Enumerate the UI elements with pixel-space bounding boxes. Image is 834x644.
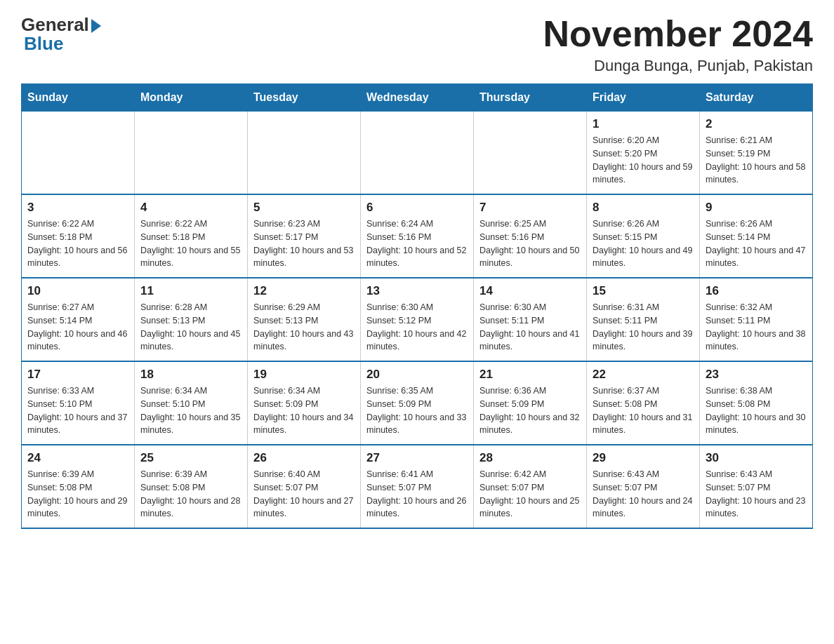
header-thursday: Thursday [474,84,587,112]
calendar-cell: 18Sunrise: 6:34 AMSunset: 5:10 PMDayligh… [135,361,248,445]
calendar-cell: 23Sunrise: 6:38 AMSunset: 5:08 PMDayligh… [700,361,813,445]
day-number: 11 [140,284,241,298]
header-tuesday: Tuesday [248,84,361,112]
week-row-1: 1Sunrise: 6:20 AMSunset: 5:20 PMDaylight… [22,112,813,195]
calendar-header: SundayMondayTuesdayWednesdayThursdayFrid… [22,84,813,112]
day-info: Sunrise: 6:23 AMSunset: 5:17 PMDaylight:… [253,217,355,270]
day-number: 8 [593,201,694,215]
calendar-cell: 11Sunrise: 6:28 AMSunset: 5:13 PMDayligh… [135,278,248,361]
day-number: 6 [366,201,468,215]
header-wednesday: Wednesday [361,84,474,112]
day-info: Sunrise: 6:25 AMSunset: 5:16 PMDaylight:… [479,217,581,270]
day-info: Sunrise: 6:30 AMSunset: 5:11 PMDaylight:… [479,301,581,354]
day-number: 5 [253,201,355,215]
calendar-cell: 22Sunrise: 6:37 AMSunset: 5:08 PMDayligh… [587,361,700,445]
day-info: Sunrise: 6:33 AMSunset: 5:10 PMDaylight:… [27,384,128,437]
day-number: 29 [593,451,694,465]
title-block: November 2024 Dunga Bunga, Punjab, Pakis… [543,14,813,75]
day-number: 23 [706,368,807,382]
calendar-cell: 29Sunrise: 6:43 AMSunset: 5:07 PMDayligh… [587,445,700,528]
calendar-cell: 5Sunrise: 6:23 AMSunset: 5:17 PMDaylight… [248,194,361,278]
calendar-cell: 14Sunrise: 6:30 AMSunset: 5:11 PMDayligh… [474,278,587,361]
day-info: Sunrise: 6:39 AMSunset: 5:08 PMDaylight:… [27,468,128,521]
calendar-cell [22,112,135,195]
day-number: 2 [706,117,807,131]
calendar-table: SundayMondayTuesdayWednesdayThursdayFrid… [21,83,813,529]
day-info: Sunrise: 6:20 AMSunset: 5:20 PMDaylight:… [593,134,694,187]
header-saturday: Saturday [700,84,813,112]
day-info: Sunrise: 6:26 AMSunset: 5:14 PMDaylight:… [706,217,807,270]
day-number: 10 [27,284,128,298]
day-info: Sunrise: 6:27 AMSunset: 5:14 PMDaylight:… [27,301,128,354]
day-info: Sunrise: 6:39 AMSunset: 5:08 PMDaylight:… [140,468,241,521]
day-number: 7 [479,201,581,215]
calendar-body: 1Sunrise: 6:20 AMSunset: 5:20 PMDaylight… [22,112,813,529]
day-number: 13 [366,284,468,298]
day-info: Sunrise: 6:22 AMSunset: 5:18 PMDaylight:… [140,217,241,270]
day-number: 16 [706,284,807,298]
calendar-cell: 28Sunrise: 6:42 AMSunset: 5:07 PMDayligh… [474,445,587,528]
week-row-3: 10Sunrise: 6:27 AMSunset: 5:14 PMDayligh… [22,278,813,361]
calendar-cell: 10Sunrise: 6:27 AMSunset: 5:14 PMDayligh… [22,278,135,361]
calendar-cell: 30Sunrise: 6:43 AMSunset: 5:07 PMDayligh… [700,445,813,528]
calendar-cell: 12Sunrise: 6:29 AMSunset: 5:13 PMDayligh… [248,278,361,361]
day-info: Sunrise: 6:34 AMSunset: 5:10 PMDaylight:… [140,384,241,437]
week-row-2: 3Sunrise: 6:22 AMSunset: 5:18 PMDaylight… [22,194,813,278]
day-number: 4 [140,201,241,215]
day-info: Sunrise: 6:29 AMSunset: 5:13 PMDaylight:… [253,301,355,354]
day-info: Sunrise: 6:40 AMSunset: 5:07 PMDaylight:… [253,468,355,521]
day-number: 27 [366,451,468,465]
logo: General Blue [21,14,101,55]
day-number: 28 [479,451,581,465]
day-number: 30 [706,451,807,465]
calendar-cell: 24Sunrise: 6:39 AMSunset: 5:08 PMDayligh… [22,445,135,528]
day-number: 24 [27,451,128,465]
day-info: Sunrise: 6:36 AMSunset: 5:09 PMDaylight:… [479,384,581,437]
calendar-cell: 25Sunrise: 6:39 AMSunset: 5:08 PMDayligh… [135,445,248,528]
day-info: Sunrise: 6:24 AMSunset: 5:16 PMDaylight:… [366,217,468,270]
calendar-cell: 20Sunrise: 6:35 AMSunset: 5:09 PMDayligh… [361,361,474,445]
calendar-cell: 26Sunrise: 6:40 AMSunset: 5:07 PMDayligh… [248,445,361,528]
day-number: 25 [140,451,241,465]
calendar-cell: 4Sunrise: 6:22 AMSunset: 5:18 PMDaylight… [135,194,248,278]
header-friday: Friday [587,84,700,112]
day-info: Sunrise: 6:28 AMSunset: 5:13 PMDaylight:… [140,301,241,354]
day-number: 22 [593,368,694,382]
calendar-cell: 8Sunrise: 6:26 AMSunset: 5:15 PMDaylight… [587,194,700,278]
day-info: Sunrise: 6:38 AMSunset: 5:08 PMDaylight:… [706,384,807,437]
calendar-cell: 7Sunrise: 6:25 AMSunset: 5:16 PMDaylight… [474,194,587,278]
day-info: Sunrise: 6:32 AMSunset: 5:11 PMDaylight:… [706,301,807,354]
day-info: Sunrise: 6:26 AMSunset: 5:15 PMDaylight:… [593,217,694,270]
day-info: Sunrise: 6:21 AMSunset: 5:19 PMDaylight:… [706,134,807,187]
day-info: Sunrise: 6:42 AMSunset: 5:07 PMDaylight:… [479,468,581,521]
day-number: 9 [706,201,807,215]
calendar-cell: 1Sunrise: 6:20 AMSunset: 5:20 PMDaylight… [587,112,700,195]
calendar-cell: 21Sunrise: 6:36 AMSunset: 5:09 PMDayligh… [474,361,587,445]
calendar-cell: 13Sunrise: 6:30 AMSunset: 5:12 PMDayligh… [361,278,474,361]
day-number: 3 [27,201,128,215]
day-number: 20 [366,368,468,382]
day-number: 18 [140,368,241,382]
day-info: Sunrise: 6:22 AMSunset: 5:18 PMDaylight:… [27,217,128,270]
logo-blue-text: Blue [24,33,63,55]
day-info: Sunrise: 6:31 AMSunset: 5:11 PMDaylight:… [593,301,694,354]
calendar-cell: 9Sunrise: 6:26 AMSunset: 5:14 PMDaylight… [700,194,813,278]
page-header: General Blue November 2024 Dunga Bunga, … [21,14,813,75]
page-title: November 2024 [543,14,813,54]
header-row: SundayMondayTuesdayWednesdayThursdayFrid… [22,84,813,112]
day-number: 1 [593,117,694,131]
header-sunday: Sunday [22,84,135,112]
calendar-cell: 17Sunrise: 6:33 AMSunset: 5:10 PMDayligh… [22,361,135,445]
calendar-cell [361,112,474,195]
calendar-cell: 16Sunrise: 6:32 AMSunset: 5:11 PMDayligh… [700,278,813,361]
day-info: Sunrise: 6:37 AMSunset: 5:08 PMDaylight:… [593,384,694,437]
day-info: Sunrise: 6:30 AMSunset: 5:12 PMDaylight:… [366,301,468,354]
day-number: 26 [253,451,355,465]
day-info: Sunrise: 6:35 AMSunset: 5:09 PMDaylight:… [366,384,468,437]
week-row-5: 24Sunrise: 6:39 AMSunset: 5:08 PMDayligh… [22,445,813,528]
calendar-cell: 27Sunrise: 6:41 AMSunset: 5:07 PMDayligh… [361,445,474,528]
day-info: Sunrise: 6:41 AMSunset: 5:07 PMDaylight:… [366,468,468,521]
calendar-cell: 2Sunrise: 6:21 AMSunset: 5:19 PMDaylight… [700,112,813,195]
day-info: Sunrise: 6:43 AMSunset: 5:07 PMDaylight:… [706,468,807,521]
calendar-cell: 15Sunrise: 6:31 AMSunset: 5:11 PMDayligh… [587,278,700,361]
